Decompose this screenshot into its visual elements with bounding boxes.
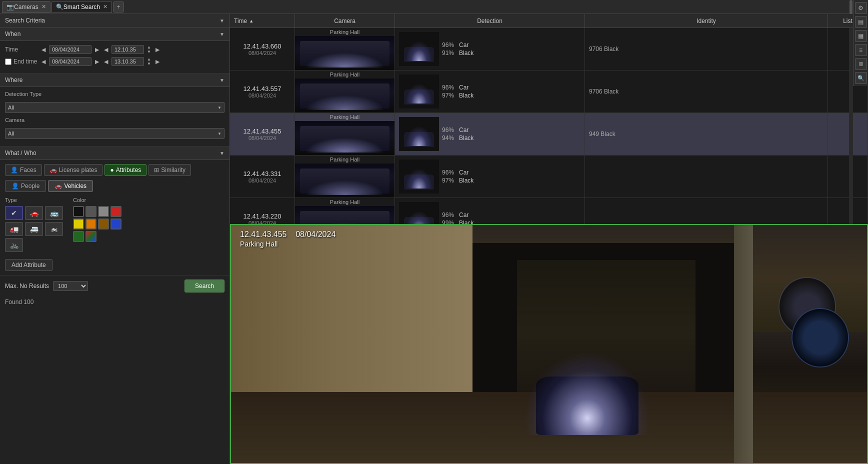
vehicle-type-all[interactable]: ✔	[5, 206, 23, 220]
th-time[interactable]: Time ▲	[230, 14, 295, 28]
filter-tab-similarity-label: Similarity	[161, 166, 186, 174]
color-yellow[interactable]	[73, 218, 84, 230]
bars-icon: ≣	[858, 60, 864, 68]
time-prev-btn[interactable]: ◀	[40, 46, 47, 54]
color-red[interactable]	[110, 206, 122, 217]
list-toolbar-btn[interactable]: ≡	[855, 44, 867, 56]
time-next-btn[interactable]: ▶	[94, 46, 100, 54]
th-detection[interactable]: Detection	[395, 14, 585, 28]
th-camera-label: Camera	[334, 18, 356, 24]
type-label: Type	[5, 197, 63, 203]
time-date-input[interactable]	[49, 45, 92, 54]
settings-toolbar-btn[interactable]: ⚙	[855, 2, 867, 14]
detection-type-select[interactable]: All Car Person	[5, 102, 224, 113]
vehicle-type-motorcycle[interactable]: 🏍	[45, 222, 63, 236]
table-row[interactable]: 12.41.43.331 08/04/2024 Parking Hall	[230, 156, 868, 198]
time-main-1: 12.41.43.660	[244, 42, 282, 50]
color-orange[interactable]	[86, 218, 96, 230]
end-time-up-btn[interactable]: ▲	[146, 58, 152, 62]
time-nav-right[interactable]: ▶	[154, 46, 161, 54]
tab-cameras-label: Cameras	[14, 4, 38, 10]
time-main-5: 12.41.43.220	[244, 212, 282, 220]
tab-cameras-close[interactable]: ✕	[42, 4, 46, 10]
search-criteria-header[interactable]: Search Criteria ▼	[0, 14, 230, 28]
tab-add-button[interactable]: +	[113, 2, 124, 12]
time-down-btn[interactable]: ▼	[146, 50, 152, 54]
vehicle-type-bicycle[interactable]: 🚲	[5, 238, 23, 252]
what-who-header[interactable]: What / Who ▼	[0, 146, 230, 160]
det1-pct-4: 96%	[442, 169, 457, 176]
search-button[interactable]: Search	[184, 280, 224, 292]
camera-thumb-3	[295, 121, 394, 155]
detection-line-2a: 96% Car	[442, 84, 474, 91]
grid-toolbar-btn[interactable]: ▦	[855, 30, 867, 42]
vehicles-icon: 🚗	[54, 182, 62, 190]
color-multicolor[interactable]	[86, 231, 96, 242]
tab-smart-search[interactable]: 🔍 Smart Search ✕	[52, 1, 112, 13]
td-camera-1: Parking Hall	[295, 28, 395, 70]
preview-panel[interactable]: 12.41.43.455 08/04/2024 Parking Hall	[230, 224, 868, 464]
search-toolbar-icon: 🔍	[858, 75, 864, 82]
tab-cameras[interactable]: 📷 Cameras ✕	[2, 1, 50, 13]
end-time-nav-right[interactable]: ▶	[154, 58, 161, 66]
color-dark-gray[interactable]	[86, 206, 96, 217]
detection-type-select-row: All Car Person	[5, 102, 224, 113]
filter-tab-license-plates[interactable]: 🚗 License plates	[44, 164, 103, 176]
camera-select[interactable]: All	[5, 128, 224, 139]
scroll-thumb[interactable]	[850, 0, 852, 15]
th-list-label: List	[843, 18, 852, 24]
det2-type-3: Black	[459, 134, 474, 142]
filter-tab-similarity[interactable]: ⊞ Similarity	[148, 164, 191, 176]
end-time-prev-btn[interactable]: ◀	[40, 58, 47, 66]
end-time-row: End time ◀ ▶ ◀ ▲ ▼ ▶	[5, 57, 224, 66]
max-results-select[interactable]: 100 50 200	[53, 281, 88, 291]
time-value-input[interactable]	[112, 45, 144, 54]
filter-tab-attributes[interactable]: ● Attributes	[104, 164, 146, 176]
identity-value-2: 9706 Black	[589, 88, 618, 95]
detection-info-2: 96% Car 97% Black	[442, 84, 474, 99]
vehicle-type-car[interactable]: 🚗	[25, 206, 43, 220]
camera-label-4: Parking Hall	[330, 156, 360, 164]
table-row[interactable]: 12.41.43.220 08/04/2024 Parking Hall	[230, 198, 868, 224]
end-time-next-btn[interactable]: ▶	[94, 58, 100, 66]
tab-smart-search-close[interactable]: ✕	[103, 4, 108, 10]
when-header[interactable]: When ▼	[0, 28, 230, 41]
end-time-date-input[interactable]	[49, 57, 92, 66]
table-row[interactable]: 12.41.43.557 08/04/2024 Parking Hall	[230, 70, 868, 113]
color-blue[interactable]	[110, 218, 122, 230]
add-attribute-button[interactable]: Add Attribute	[5, 259, 52, 271]
vehicle-type-van[interactable]: 🚐	[25, 222, 43, 236]
people-toggle[interactable]: 👤 People	[5, 180, 46, 192]
time-up-btn[interactable]: ▲	[146, 46, 152, 50]
th-identity[interactable]: Identity	[585, 14, 828, 28]
bars-toolbar-btn[interactable]: ≣	[855, 58, 867, 70]
det1-type-3: Car	[459, 126, 468, 134]
end-time-value-input[interactable]	[112, 57, 144, 66]
vehicles-toggle[interactable]: 🚗 Vehicles	[48, 180, 93, 192]
layers-toolbar-btn[interactable]: ▤	[855, 16, 867, 28]
table-row[interactable]: 12.41.43.455 08/04/2024 Parking Hall	[230, 113, 868, 156]
color-green[interactable]	[73, 231, 84, 242]
color-gray[interactable]	[98, 206, 109, 217]
table-row[interactable]: 12.41.43.660 08/04/2024 Parking Hall	[230, 28, 868, 70]
end-time-checkbox[interactable]	[5, 58, 12, 65]
people-label: People	[21, 182, 40, 190]
detect-thumb-5	[399, 202, 439, 224]
vehicle-type-truck[interactable]: 🚛	[5, 222, 23, 236]
preview-camera: Parking Hall	[240, 240, 336, 248]
time-date-4: 08/04/2024	[248, 178, 276, 184]
th-camera[interactable]: Camera	[295, 14, 395, 28]
td-identity-4	[585, 156, 828, 198]
filter-tab-faces[interactable]: 👤 Faces	[5, 164, 42, 176]
end-time-down-btn[interactable]: ▼	[146, 62, 152, 66]
max-results-row: Max. No Results 100 50 200	[5, 281, 88, 291]
color-black[interactable]	[73, 206, 84, 217]
search-toolbar-btn[interactable]: 🔍	[855, 72, 867, 84]
color-brown[interactable]	[98, 218, 109, 230]
detection-line-2b: 97% Black	[442, 92, 474, 99]
end-time-date-row: ◀ ▶ ◀ ▲ ▼ ▶	[40, 57, 224, 66]
right-toolbar: ⚙ ▤ ▦ ≡ ≣ 🔍	[853, 0, 868, 86]
where-header[interactable]: Where ▼	[0, 74, 230, 87]
detect-thumb-1	[399, 32, 439, 66]
vehicle-type-bus[interactable]: 🚌	[45, 206, 63, 220]
